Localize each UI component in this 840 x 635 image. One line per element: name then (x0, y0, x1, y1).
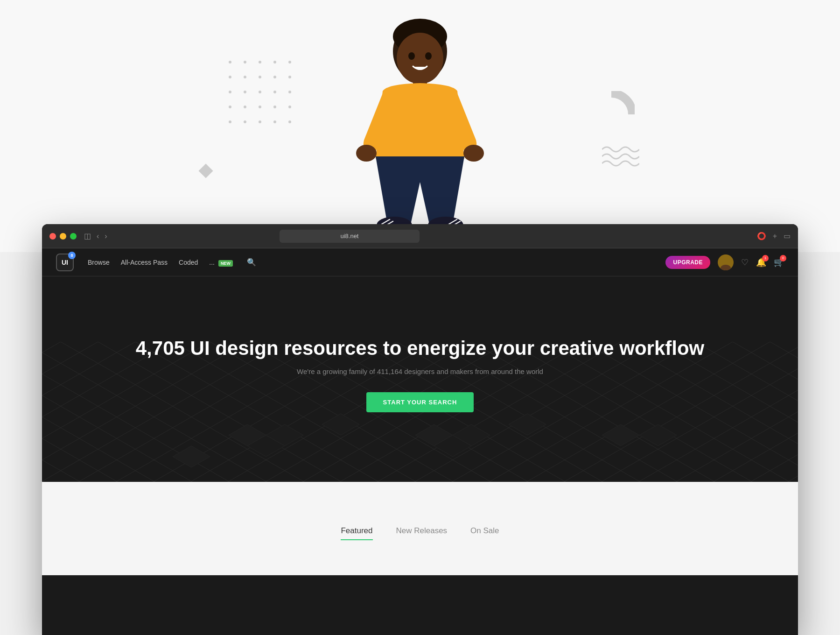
tab-featured[interactable]: Featured (341, 526, 372, 540)
notifications-button[interactable]: 🔔 1 (756, 257, 766, 268)
share-icon[interactable]: ⭕ (757, 232, 766, 240)
url-text: ui8.net (340, 233, 358, 240)
bottom-section: Featured New Releases On Sale (42, 482, 798, 575)
hero-content: 4,705 UI design resources to energize yo… (136, 337, 704, 412)
hero-title: 4,705 UI design resources to energize yo… (136, 337, 704, 360)
hero-count: 4,705 (136, 337, 185, 359)
sidebar-icon[interactable]: ◫ (84, 232, 91, 240)
traffic-light-red[interactable] (49, 233, 56, 240)
browser-nav-icons: ◫ ‹ › (84, 232, 107, 240)
traffic-light-yellow[interactable] (60, 233, 66, 240)
hero-title-text: UI design resources to energize your cre… (190, 337, 705, 359)
svg-point-7 (463, 145, 484, 162)
forward-icon[interactable]: › (105, 232, 107, 240)
tabs-row: Featured New Releases On Sale (341, 517, 499, 540)
wave-decoration (602, 145, 639, 173)
start-search-button[interactable]: START YOUR SEARCH (366, 392, 474, 412)
wishlist-button[interactable]: ♡ (741, 257, 749, 268)
new-badge: NEW (218, 260, 233, 267)
site-logo[interactable]: UI 8 (56, 254, 74, 271)
new-tab-icon[interactable]: + (773, 232, 777, 240)
browser-action-icons: ⭕ + ▭ (757, 232, 791, 240)
notification-badge: 1 (762, 255, 769, 261)
browser-window: ◫ ‹ › ui8.net ⭕ + ▭ UI 8 Browse All-Acce… (42, 224, 798, 635)
diamond-decoration (198, 163, 213, 178)
character-illustration (331, 5, 509, 238)
search-icon[interactable]: 🔍 (247, 258, 256, 267)
nav-browse[interactable]: Browse (88, 259, 110, 266)
tab-on-sale[interactable]: On Sale (470, 526, 499, 540)
arc-decoration (588, 91, 635, 138)
nav-links: Browse All-Access Pass Coded ... NEW (88, 259, 233, 266)
duplicate-icon[interactable]: ▭ (784, 232, 791, 240)
hero-section: 4,705 UI design resources to energize yo… (42, 276, 798, 482)
browser-chrome: ◫ ‹ › ui8.net ⭕ + ▭ (42, 224, 798, 248)
dot-grid-decoration (229, 61, 297, 129)
svg-point-3 (408, 52, 415, 60)
nav-more-label: ... (209, 259, 215, 266)
nav-coded[interactable]: Coded (179, 259, 198, 266)
svg-point-4 (425, 52, 432, 60)
hero-subtitle: We're a growing family of 411,164 design… (136, 367, 704, 375)
cart-button[interactable]: 🛒 0 (774, 257, 784, 268)
site-navbar: UI 8 Browse All-Access Pass Coded ... NE… (42, 248, 798, 276)
upgrade-button[interactable]: UPGRADE (665, 256, 710, 269)
cart-badge: 0 (780, 255, 786, 261)
nav-more[interactable]: ... NEW (209, 259, 233, 266)
svg-point-6 (356, 145, 377, 162)
avatar[interactable] (718, 254, 734, 270)
svg-point-2 (397, 33, 443, 84)
back-icon[interactable]: ‹ (97, 232, 99, 240)
heart-icon: ♡ (741, 258, 749, 267)
logo-text: UI (62, 259, 68, 266)
svg-point-10 (722, 256, 729, 265)
traffic-light-green[interactable] (70, 233, 77, 240)
traffic-lights (49, 233, 77, 240)
nav-all-access[interactable]: All-Access Pass (121, 259, 168, 266)
logo-badge: 8 (68, 252, 76, 259)
bg-illustration (0, 0, 840, 252)
address-bar[interactable]: ui8.net (280, 230, 420, 243)
tab-new-releases[interactable]: New Releases (396, 526, 448, 540)
nav-right-section: UPGRADE ♡ 🔔 1 🛒 0 (665, 254, 784, 270)
